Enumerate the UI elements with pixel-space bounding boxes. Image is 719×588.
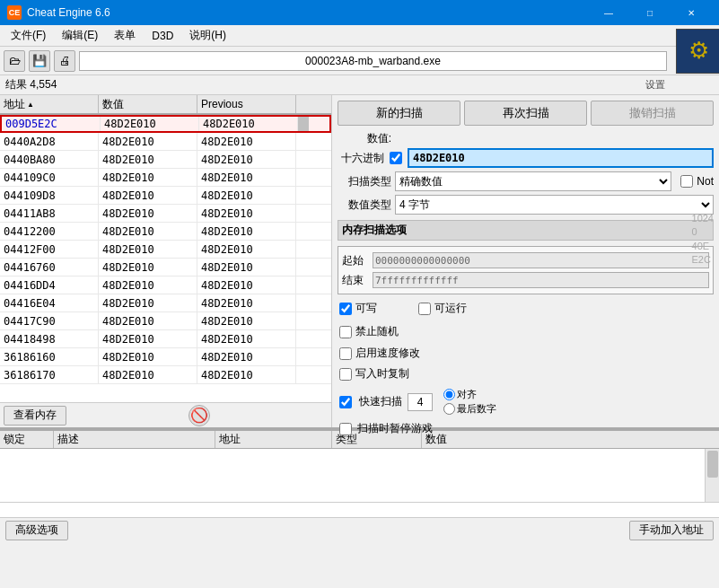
table-row[interactable]: 3618617048D2E01048D2E010: [0, 366, 331, 384]
minimize-button[interactable]: —: [588, 0, 629, 25]
add-to-list-btn[interactable]: 手动加入地址: [629, 521, 714, 540]
title-bar: CE Cheat Engine 6.6 — □ ✕: [0, 0, 719, 25]
table-row[interactable]: 0441849848D2E01048D2E010: [0, 330, 331, 348]
menu-help[interactable]: 说明(H): [182, 26, 233, 45]
hex-input-row: 十六进制: [338, 148, 714, 168]
cell-address: 04416760: [0, 259, 99, 276]
toolbar-save-btn[interactable]: 💾: [29, 50, 50, 72]
executable-checkbox[interactable]: [418, 303, 431, 315]
bottom-header-lock: 锁定: [0, 431, 54, 448]
advanced-options-btn[interactable]: 高级选项: [5, 521, 68, 540]
start-input[interactable]: [373, 252, 709, 268]
table-row[interactable]: 04412F0048D2E01048D2E010: [0, 241, 331, 259]
no-action-icon[interactable]: 🚫: [189, 405, 210, 426]
window-title: Cheat Engine 6.6: [27, 6, 110, 19]
value-input[interactable]: [408, 148, 714, 168]
menu-file[interactable]: 文件(F): [4, 26, 53, 45]
pause-game-checkbox[interactable]: [339, 423, 352, 435]
header-previous[interactable]: Previous: [197, 95, 296, 113]
table-row[interactable]: 0441220048D2E01048D2E010: [0, 223, 331, 241]
last-digit-radio[interactable]: [443, 403, 455, 415]
close-button[interactable]: ✕: [671, 0, 712, 25]
table-row[interactable]: 04416DD448D2E01048D2E010: [0, 276, 331, 294]
window-controls: — □ ✕: [588, 0, 712, 25]
scan-buttons-row: 新的扫描 再次扫描 撤销扫描: [338, 101, 714, 126]
scan-results-panel: 地址 ▲ 数值 Previous 009D5E2C48D2E01048D2E01…: [0, 95, 332, 427]
table-header: 地址 ▲ 数值 Previous: [0, 95, 331, 115]
cell-extra: [296, 133, 331, 150]
scan-type-select[interactable]: 精确数值: [395, 171, 671, 191]
menu-bar: 文件(F) 编辑(E) 表单 D3D 说明(H): [0, 25, 719, 47]
speed-checkbox: 启用速度修改: [338, 346, 714, 361]
cancel-scan-button[interactable]: 撤销扫描: [591, 101, 714, 126]
view-memory-btn[interactable]: 查看内存: [4, 406, 66, 426]
main-area: 地址 ▲ 数值 Previous 009D5E2C48D2E01048D2E01…: [0, 95, 719, 427]
end-input[interactable]: [373, 272, 709, 288]
value-type-select[interactable]: 4 字节: [395, 195, 714, 215]
cell-value: 48D2E010: [99, 259, 197, 276]
table-row[interactable]: 3618616048D2E01048D2E010: [0, 348, 331, 366]
toolbar-open-btn[interactable]: 🗁: [4, 50, 25, 72]
not-checkbox[interactable]: [680, 175, 693, 188]
cell-value: 48D2E010: [99, 169, 197, 186]
cell-extra: [296, 169, 331, 186]
table-row[interactable]: 009D5E2C48D2E01048D2E010: [0, 115, 331, 133]
table-row[interactable]: 04416E0448D2E01048D2E010: [0, 294, 331, 312]
table-body[interactable]: 009D5E2C48D2E01048D2E0100440A2D848D2E010…: [0, 115, 331, 402]
menu-table[interactable]: 表单: [107, 26, 143, 45]
table-row[interactable]: 04411AB848D2E01048D2E010: [0, 205, 331, 223]
fast-scan-checkbox[interactable]: [339, 396, 352, 408]
maximize-button[interactable]: □: [629, 0, 671, 25]
new-scan-button[interactable]: 新的扫描: [338, 101, 460, 126]
align-radio[interactable]: [443, 389, 455, 400]
menu-edit[interactable]: 编辑(E): [55, 26, 105, 45]
header-value[interactable]: 数值: [99, 95, 197, 113]
toolbar-print-btn[interactable]: 🖨: [54, 50, 75, 72]
stop-random-checkbox-item: 禁止随机: [338, 324, 399, 339]
bottom-list: [0, 449, 719, 503]
rescan-button[interactable]: 再次扫描: [464, 101, 587, 126]
gear-icon[interactable]: ⚙: [676, 29, 719, 74]
process-address-bar: 000023A8-mb_warband.exe: [79, 51, 667, 71]
result-count: 结果 4,554: [5, 77, 57, 92]
table-row[interactable]: 044109D848D2E01048D2E010: [0, 187, 331, 205]
cell-value: 48D2E010: [99, 294, 197, 312]
stop-random-checkbox[interactable]: [339, 326, 352, 338]
writable-checkbox[interactable]: [339, 303, 352, 315]
table-row[interactable]: 04417C9048D2E01048D2E010: [0, 312, 331, 330]
header-address[interactable]: 地址 ▲: [0, 95, 99, 113]
cell-extra: [296, 276, 331, 294]
fast-scan-input[interactable]: [408, 393, 433, 411]
table-row[interactable]: 0441676048D2E01048D2E010: [0, 259, 331, 276]
fast-scan-row: 快速扫描 对齐 最后数字: [338, 388, 714, 416]
cell-address: 04417C90: [0, 312, 99, 329]
bottom-scrollbar[interactable]: [705, 449, 719, 502]
cell-address: 04416DD4: [0, 276, 99, 294]
table-row[interactable]: 0440BA8048D2E01048D2E010: [0, 151, 331, 169]
cell-address: 044109C0: [0, 169, 99, 186]
enable-speed-checkbox[interactable]: [339, 347, 352, 360]
cell-extra: [296, 366, 331, 383]
scan-controls-panel: 新的扫描 再次扫描 撤销扫描 数值: 十六进制 扫描类型 精确数值 Not: [332, 95, 719, 427]
hex-checkbox[interactable]: [390, 152, 402, 164]
cell-extra: [296, 259, 331, 276]
value-row: 数值:: [338, 131, 714, 146]
start-label: 起始: [342, 253, 369, 268]
copy-on-write-checkbox[interactable]: [339, 368, 352, 381]
left-bottom-bar: 查看内存 🚫: [0, 402, 331, 427]
bottom-header-desc: 描述: [54, 431, 215, 448]
table-row[interactable]: 044109C048D2E01048D2E010: [0, 169, 331, 187]
wm-line4: E2C: [692, 253, 714, 267]
menu-d3d[interactable]: D3D: [145, 28, 180, 44]
cell-address: 04411AB8: [0, 205, 99, 222]
wm-line3: 40E: [692, 240, 714, 253]
value-type-label: 数值类型: [338, 197, 391, 213]
header-extra: [296, 95, 331, 113]
title-bar-left: CE Cheat Engine 6.6: [7, 5, 110, 20]
more-checkboxes: 禁止随机: [338, 324, 714, 339]
table-row[interactable]: 0440A2D848D2E01048D2E010: [0, 133, 331, 151]
align-radio-item: 对齐: [443, 388, 496, 401]
align-label: 对齐: [457, 388, 477, 401]
cell-previous: 48D2E010: [197, 187, 296, 204]
wm-line1: 1024: [692, 212, 714, 225]
